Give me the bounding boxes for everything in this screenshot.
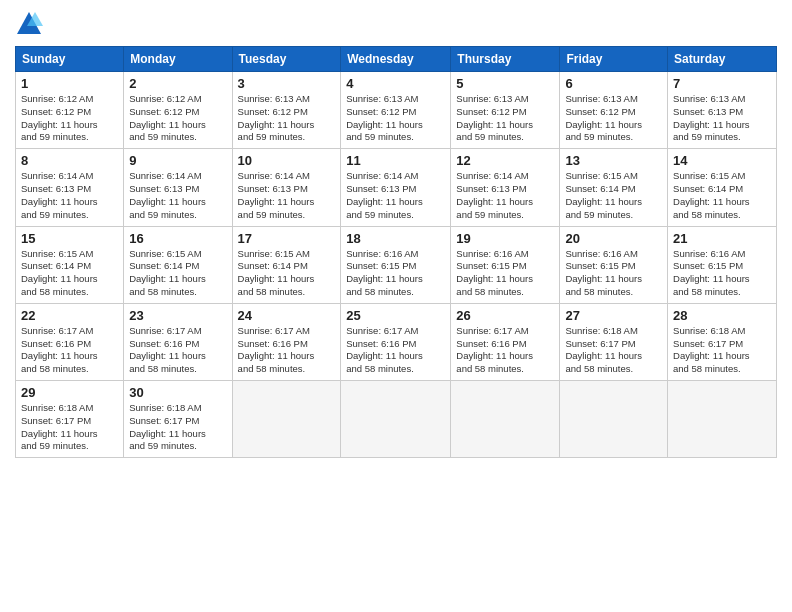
day-number: 16: [129, 231, 226, 246]
day-number: 24: [238, 308, 336, 323]
day-number: 21: [673, 231, 771, 246]
day-cell: 30Sunrise: 6:18 AM Sunset: 6:17 PM Dayli…: [124, 381, 232, 458]
day-info: Sunrise: 6:18 AM Sunset: 6:17 PM Dayligh…: [565, 325, 662, 376]
day-info: Sunrise: 6:14 AM Sunset: 6:13 PM Dayligh…: [456, 170, 554, 221]
day-number: 30: [129, 385, 226, 400]
logo-icon: [15, 10, 43, 38]
day-info: Sunrise: 6:16 AM Sunset: 6:15 PM Dayligh…: [346, 248, 445, 299]
day-cell: 24Sunrise: 6:17 AM Sunset: 6:16 PM Dayli…: [232, 303, 341, 380]
day-cell: 11Sunrise: 6:14 AM Sunset: 6:13 PM Dayli…: [341, 149, 451, 226]
day-cell: 21Sunrise: 6:16 AM Sunset: 6:15 PM Dayli…: [668, 226, 777, 303]
day-info: Sunrise: 6:15 AM Sunset: 6:14 PM Dayligh…: [21, 248, 118, 299]
day-number: 14: [673, 153, 771, 168]
day-info: Sunrise: 6:13 AM Sunset: 6:12 PM Dayligh…: [346, 93, 445, 144]
day-info: Sunrise: 6:15 AM Sunset: 6:14 PM Dayligh…: [238, 248, 336, 299]
day-info: Sunrise: 6:14 AM Sunset: 6:13 PM Dayligh…: [129, 170, 226, 221]
day-cell: [341, 381, 451, 458]
day-number: 19: [456, 231, 554, 246]
day-info: Sunrise: 6:13 AM Sunset: 6:12 PM Dayligh…: [456, 93, 554, 144]
day-number: 20: [565, 231, 662, 246]
day-number: 10: [238, 153, 336, 168]
day-cell: 12Sunrise: 6:14 AM Sunset: 6:13 PM Dayli…: [451, 149, 560, 226]
day-info: Sunrise: 6:16 AM Sunset: 6:15 PM Dayligh…: [565, 248, 662, 299]
logo: [15, 10, 45, 38]
day-cell: [668, 381, 777, 458]
day-cell: [232, 381, 341, 458]
day-number: 5: [456, 76, 554, 91]
day-cell: [560, 381, 668, 458]
day-info: Sunrise: 6:15 AM Sunset: 6:14 PM Dayligh…: [129, 248, 226, 299]
day-cell: 4Sunrise: 6:13 AM Sunset: 6:12 PM Daylig…: [341, 72, 451, 149]
day-cell: 3Sunrise: 6:13 AM Sunset: 6:12 PM Daylig…: [232, 72, 341, 149]
day-info: Sunrise: 6:15 AM Sunset: 6:14 PM Dayligh…: [673, 170, 771, 221]
day-info: Sunrise: 6:14 AM Sunset: 6:13 PM Dayligh…: [238, 170, 336, 221]
day-cell: 20Sunrise: 6:16 AM Sunset: 6:15 PM Dayli…: [560, 226, 668, 303]
day-cell: 15Sunrise: 6:15 AM Sunset: 6:14 PM Dayli…: [16, 226, 124, 303]
day-info: Sunrise: 6:17 AM Sunset: 6:16 PM Dayligh…: [238, 325, 336, 376]
day-number: 28: [673, 308, 771, 323]
day-cell: 6Sunrise: 6:13 AM Sunset: 6:12 PM Daylig…: [560, 72, 668, 149]
day-cell: 22Sunrise: 6:17 AM Sunset: 6:16 PM Dayli…: [16, 303, 124, 380]
week-row-2: 8Sunrise: 6:14 AM Sunset: 6:13 PM Daylig…: [16, 149, 777, 226]
header-cell-wednesday: Wednesday: [341, 47, 451, 72]
day-cell: 8Sunrise: 6:14 AM Sunset: 6:13 PM Daylig…: [16, 149, 124, 226]
day-number: 3: [238, 76, 336, 91]
day-number: 18: [346, 231, 445, 246]
day-cell: 27Sunrise: 6:18 AM Sunset: 6:17 PM Dayli…: [560, 303, 668, 380]
header-cell-thursday: Thursday: [451, 47, 560, 72]
day-info: Sunrise: 6:14 AM Sunset: 6:13 PM Dayligh…: [21, 170, 118, 221]
header-cell-sunday: Sunday: [16, 47, 124, 72]
day-info: Sunrise: 6:13 AM Sunset: 6:13 PM Dayligh…: [673, 93, 771, 144]
day-cell: 26Sunrise: 6:17 AM Sunset: 6:16 PM Dayli…: [451, 303, 560, 380]
day-number: 25: [346, 308, 445, 323]
header: [15, 10, 777, 38]
day-number: 22: [21, 308, 118, 323]
header-row: SundayMondayTuesdayWednesdayThursdayFrid…: [16, 47, 777, 72]
day-number: 26: [456, 308, 554, 323]
day-cell: 2Sunrise: 6:12 AM Sunset: 6:12 PM Daylig…: [124, 72, 232, 149]
day-cell: 14Sunrise: 6:15 AM Sunset: 6:14 PM Dayli…: [668, 149, 777, 226]
day-cell: [451, 381, 560, 458]
day-cell: 28Sunrise: 6:18 AM Sunset: 6:17 PM Dayli…: [668, 303, 777, 380]
header-cell-tuesday: Tuesday: [232, 47, 341, 72]
day-cell: 25Sunrise: 6:17 AM Sunset: 6:16 PM Dayli…: [341, 303, 451, 380]
day-cell: 16Sunrise: 6:15 AM Sunset: 6:14 PM Dayli…: [124, 226, 232, 303]
day-info: Sunrise: 6:18 AM Sunset: 6:17 PM Dayligh…: [129, 402, 226, 453]
day-number: 8: [21, 153, 118, 168]
day-number: 27: [565, 308, 662, 323]
week-row-4: 22Sunrise: 6:17 AM Sunset: 6:16 PM Dayli…: [16, 303, 777, 380]
day-cell: 1Sunrise: 6:12 AM Sunset: 6:12 PM Daylig…: [16, 72, 124, 149]
day-info: Sunrise: 6:18 AM Sunset: 6:17 PM Dayligh…: [673, 325, 771, 376]
day-number: 6: [565, 76, 662, 91]
day-number: 1: [21, 76, 118, 91]
day-number: 23: [129, 308, 226, 323]
day-info: Sunrise: 6:17 AM Sunset: 6:16 PM Dayligh…: [346, 325, 445, 376]
day-number: 4: [346, 76, 445, 91]
day-cell: 29Sunrise: 6:18 AM Sunset: 6:17 PM Dayli…: [16, 381, 124, 458]
day-cell: 7Sunrise: 6:13 AM Sunset: 6:13 PM Daylig…: [668, 72, 777, 149]
day-cell: 5Sunrise: 6:13 AM Sunset: 6:12 PM Daylig…: [451, 72, 560, 149]
day-info: Sunrise: 6:17 AM Sunset: 6:16 PM Dayligh…: [129, 325, 226, 376]
day-number: 15: [21, 231, 118, 246]
calendar-body: 1Sunrise: 6:12 AM Sunset: 6:12 PM Daylig…: [16, 72, 777, 458]
header-cell-saturday: Saturday: [668, 47, 777, 72]
day-info: Sunrise: 6:12 AM Sunset: 6:12 PM Dayligh…: [21, 93, 118, 144]
day-number: 13: [565, 153, 662, 168]
day-info: Sunrise: 6:13 AM Sunset: 6:12 PM Dayligh…: [565, 93, 662, 144]
day-info: Sunrise: 6:17 AM Sunset: 6:16 PM Dayligh…: [456, 325, 554, 376]
header-cell-monday: Monday: [124, 47, 232, 72]
day-info: Sunrise: 6:14 AM Sunset: 6:13 PM Dayligh…: [346, 170, 445, 221]
day-number: 9: [129, 153, 226, 168]
day-info: Sunrise: 6:12 AM Sunset: 6:12 PM Dayligh…: [129, 93, 226, 144]
day-cell: 9Sunrise: 6:14 AM Sunset: 6:13 PM Daylig…: [124, 149, 232, 226]
day-number: 12: [456, 153, 554, 168]
header-cell-friday: Friday: [560, 47, 668, 72]
week-row-3: 15Sunrise: 6:15 AM Sunset: 6:14 PM Dayli…: [16, 226, 777, 303]
day-number: 29: [21, 385, 118, 400]
day-cell: 10Sunrise: 6:14 AM Sunset: 6:13 PM Dayli…: [232, 149, 341, 226]
day-info: Sunrise: 6:17 AM Sunset: 6:16 PM Dayligh…: [21, 325, 118, 376]
day-cell: 17Sunrise: 6:15 AM Sunset: 6:14 PM Dayli…: [232, 226, 341, 303]
day-info: Sunrise: 6:16 AM Sunset: 6:15 PM Dayligh…: [673, 248, 771, 299]
day-info: Sunrise: 6:18 AM Sunset: 6:17 PM Dayligh…: [21, 402, 118, 453]
day-cell: 13Sunrise: 6:15 AM Sunset: 6:14 PM Dayli…: [560, 149, 668, 226]
